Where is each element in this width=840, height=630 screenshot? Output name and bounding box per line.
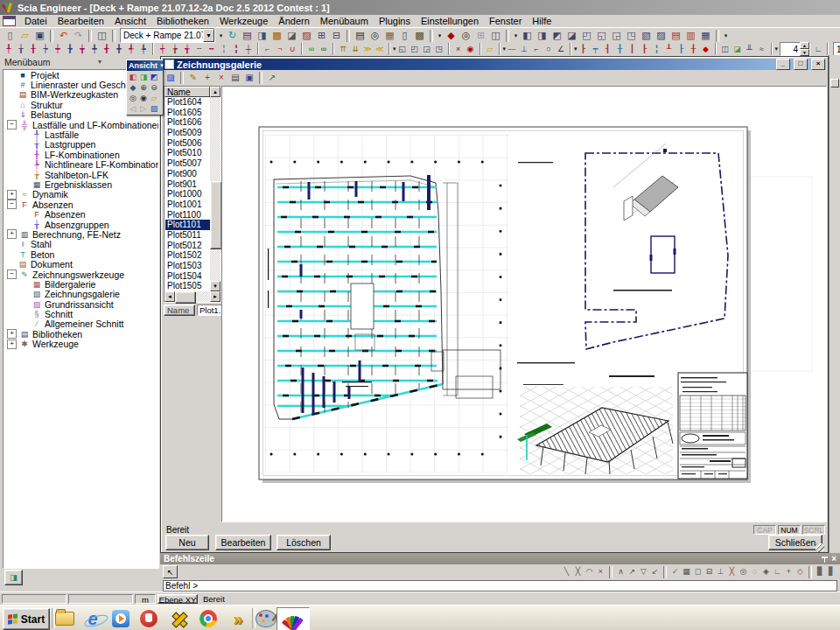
internet-explorer-icon[interactable]: e [82,609,103,628]
chain-off-icon[interactable]: ∞ [318,44,330,54]
horizontal-scrollbar[interactable]: ◄ ► [164,291,220,302]
spin-up-icon[interactable]: ▲ [800,42,809,49]
neu-button[interactable]: Neu [165,535,209,550]
scroll-right-icon[interactable]: ► [210,291,220,302]
plot-list-item[interactable]: Plot900 [165,169,210,179]
chrome-icon[interactable] [198,609,219,628]
member-col-1-icon[interactable]: ╀ [3,44,15,54]
menu-item-menbaum[interactable]: Menübaum [315,16,374,27]
tree-item-lastgruppen[interactable]: ╁Lastgruppen [4,140,158,150]
menu-item-bibliotheken[interactable]: Bibliotheken [151,16,214,27]
delete-drawing-icon[interactable]: × [214,72,228,84]
table-edit-icon[interactable]: ⊟ [329,29,344,42]
start-button[interactable]: Start [3,608,50,630]
next-view-icon[interactable]: ▷ [138,103,149,114]
polyline-mode-icon[interactable]: ╳ [572,566,584,578]
scia-engineer-taskbar-icon[interactable] [276,607,310,630]
render-view-icon[interactable]: ▨ [149,103,159,114]
snap-polar-icon[interactable]: + [783,566,794,578]
calculator-icon[interactable]: ▩ [412,29,427,42]
member-beam-3-icon[interactable]: ╊ [64,44,76,54]
line-mode-icon[interactable]: ╲ [561,566,572,578]
media-player-icon[interactable] [110,609,131,628]
delete-mode-icon[interactable]: × [595,566,606,578]
tree-item-beton[interactable]: TBeton [4,249,158,259]
select-cursor-icon[interactable]: ↖ [163,565,178,578]
demote-icon[interactable]: ≪ [374,44,386,54]
hinge-2-icon[interactable]: ╍ [206,44,218,54]
cross-link-icon[interactable]: ┼ [242,44,255,54]
member-beam-2-icon[interactable]: ┿ [52,44,64,54]
tree-item-lastflleundlfkombinationen[interactable]: −╬Lastfälle und LF-Kombinationen [4,120,158,130]
zoom-out-icon[interactable]: ⊖ [149,82,159,93]
view-axo-2-icon[interactable]: ◳ [624,29,639,42]
plot-list-item[interactable]: Plot5009 [165,128,210,138]
unit-indicator[interactable]: m [135,594,156,604]
tree-item-dynamik[interactable]: +≈Dynamik [4,190,158,200]
draw-line-icon[interactable]: — [506,44,518,54]
new-file-icon[interactable]: ▯ [3,29,18,42]
tree-item-dokument[interactable]: ▤Dokument [4,259,158,269]
tangent-mode-icon[interactable]: ↗ [626,566,638,578]
snap-reference-icon[interactable]: ◇ [794,566,806,578]
spinner-buttons[interactable]: ▲▼ [800,42,809,56]
dock-right-icon[interactable]: ▋ [826,566,837,578]
edit-drawing-icon[interactable]: ✎ [186,72,200,84]
beam-prop-9-icon[interactable]: ┠ [676,44,688,54]
snap-ortho-icon[interactable]: ∟ [772,566,783,578]
draw-angle-icon[interactable]: ∠ [555,44,567,54]
add-drawing-icon[interactable]: + [200,72,214,84]
resize-grip[interactable] [816,543,824,552]
snap-tangent-icon[interactable]: ◌ [749,566,760,578]
snap-intersect-icon[interactable]: ╳ [726,566,738,578]
layers-icon[interactable]: ▤ [240,29,255,42]
plot-list-item[interactable]: Plot1505 [165,281,210,291]
tree-item-zeichnungswerkzeuge[interactable]: −✎Zeichnungswerkzeuge [4,270,158,279]
snap-near-icon[interactable]: ◈ [760,566,772,578]
menu-item-einstellungen[interactable]: Einstellungen [416,16,484,27]
document-system-icon[interactable] [3,16,16,26]
draw-circle-icon[interactable]: ○ [542,44,555,54]
spin-down-icon[interactable]: ▼ [800,49,809,56]
hinge-1-icon[interactable]: ╌ [193,44,206,54]
zoom-tool-icon[interactable]: ◎ [458,29,473,42]
snap-angle-icon[interactable]: ∟ [812,44,824,54]
scroll-up-icon[interactable]: ▲ [210,87,220,97]
plot-list-item[interactable]: Plot1502 [165,250,210,261]
node-3-icon[interactable]: ╅ [181,44,193,54]
scroll-left-icon[interactable]: ◄ [164,291,175,302]
member-col-2-icon[interactable]: ╁ [15,44,27,54]
panel-pin-icon[interactable]: ▾ [95,58,104,66]
collapse-icon[interactable]: − [7,270,17,279]
view-top-icon[interactable]: ◰ [579,29,594,42]
loeschen-button[interactable]: Löschen [276,535,331,550]
view-axo-icon[interactable]: ◆ [128,82,138,93]
plot-list-item[interactable]: Plot5010 [165,148,210,158]
image-gallery-icon[interactable]: ▦ [382,29,397,42]
view-left-icon[interactable]: ◩ [550,29,564,42]
zoom-window-icon[interactable]: ◎ [128,93,138,103]
quick-launch-icon[interactable]: » [228,609,248,628]
panel-tab-button[interactable]: ◨ [4,570,23,585]
export-drawing-icon[interactable]: ↗ [265,72,279,84]
plane-indicator[interactable]: Ebene XY [158,594,198,604]
tree-item-berechnungfenetz[interactable]: +▥Berechnung, FE-Netz [4,229,158,239]
insert-drawing-icon[interactable]: ▨ [164,72,178,84]
tree-item-lfkombinationen[interactable]: ╂LF-Kombinationen [4,150,158,159]
win-arrange-icon[interactable]: ◲ [421,44,433,54]
member-col-3-icon[interactable]: ╂ [27,44,39,54]
scroll-down-icon[interactable]: ▼ [210,281,220,291]
node-2-icon[interactable]: ╆ [169,44,181,54]
save-file-icon[interactable]: ▣ [32,29,47,42]
pattern-icon[interactable]: ▨ [299,29,314,42]
library-folder-icon[interactable]: ▱ [484,44,496,54]
direction-mode-icon[interactable]: ↙ [649,566,661,578]
view-persp-icon[interactable]: ▧ [639,29,654,42]
delete-item-icon[interactable]: × [452,44,465,54]
move-down-icon[interactable]: ⇊ [349,44,361,54]
plot-list-item[interactable]: Plot5006 [165,138,210,149]
tree-item-lastflle[interactable]: ╀Lastfälle [4,130,158,139]
table-icon[interactable]: ⊞ [314,29,329,42]
scale-combo[interactable]: 1.50..▼ [833,42,840,57]
vertical-scrollbar[interactable] [210,97,220,281]
